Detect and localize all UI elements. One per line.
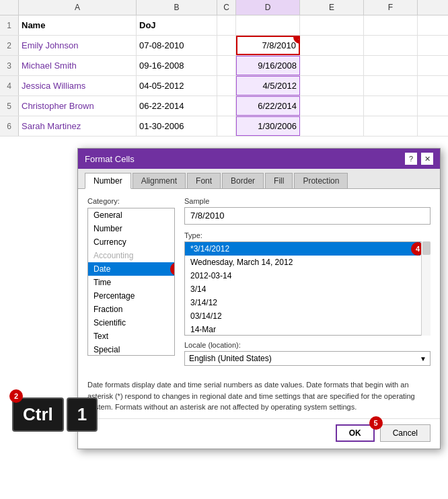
- cell-c4[interactable]: [217, 76, 236, 95]
- format-cells-dialog: Format Cells ? ✕ Number Alignment Font B…: [77, 148, 441, 449]
- badge-2: 2: [9, 389, 23, 403]
- cell-e3[interactable]: [300, 56, 364, 75]
- col-header-e: E: [300, 0, 364, 15]
- type-item-5[interactable]: 03/14/12: [185, 309, 420, 323]
- cell-f3[interactable]: [364, 56, 418, 75]
- cell-c6[interactable]: [217, 116, 236, 136]
- tab-fill[interactable]: Fill: [265, 173, 293, 188]
- type-list-wrapper: *3/14/2012 4 Wednesday, March 14, 2012 2…: [184, 241, 431, 336]
- type-item-1[interactable]: Wednesday, March 14, 2012: [185, 256, 420, 269]
- dialog-tabs: Number Alignment Font Border Fill Protec…: [78, 169, 440, 189]
- cell-f1[interactable]: [364, 15, 418, 35]
- shortcut-box: Ctrl 1: [12, 397, 98, 432]
- cell-c1[interactable]: [217, 15, 236, 35]
- cell-b6[interactable]: 01-30-2006: [137, 116, 217, 136]
- cell-f2[interactable]: [364, 36, 418, 55]
- locale-select[interactable]: English (United States): [184, 351, 431, 366]
- dialog-body: Category: General Number Currency Accoun…: [78, 189, 440, 374]
- category-item-number[interactable]: Number: [88, 222, 174, 235]
- row-num: 6: [0, 116, 19, 136]
- category-item-time[interactable]: Time: [88, 276, 174, 289]
- tab-border[interactable]: Border: [222, 173, 264, 188]
- dialog-title: Format Cells: [85, 154, 135, 164]
- cell-b2[interactable]: 07-08-2010: [137, 36, 217, 55]
- cell-a6[interactable]: Sarah Martinez: [19, 116, 137, 136]
- cell-d4[interactable]: 4/5/2012: [236, 76, 300, 95]
- cell-f6[interactable]: [364, 116, 418, 136]
- type-item-0[interactable]: *3/14/2012 4: [185, 242, 420, 256]
- tab-number[interactable]: Number: [85, 173, 131, 189]
- category-list[interactable]: General Number Currency Accounting Date …: [87, 208, 175, 356]
- type-item-6[interactable]: 14-Mar: [185, 323, 420, 336]
- cell-b5[interactable]: 06-22-2014: [137, 96, 217, 116]
- cell-b4[interactable]: 04-05-2012: [137, 76, 217, 95]
- type-item-3[interactable]: 3/14: [185, 282, 420, 296]
- tab-protection[interactable]: Protection: [294, 173, 348, 188]
- type-scrollbar[interactable]: [421, 241, 431, 336]
- row-num: 3: [0, 56, 19, 75]
- col-header-a: A: [19, 0, 137, 15]
- category-item-accounting[interactable]: Accounting: [88, 249, 174, 262]
- cell-d1[interactable]: [236, 15, 300, 35]
- cell-d3[interactable]: 9/16/2008: [236, 56, 300, 75]
- cell-e4[interactable]: [300, 76, 364, 95]
- tab-alignment[interactable]: Alignment: [133, 173, 186, 188]
- cell-f5[interactable]: [364, 96, 418, 116]
- dialog-close-button[interactable]: ✕: [421, 153, 433, 165]
- cell-f4[interactable]: [364, 76, 418, 95]
- cancel-button[interactable]: Cancel: [380, 424, 431, 442]
- cell-e6[interactable]: [300, 116, 364, 136]
- col-headers: A B C D E F: [0, 0, 448, 15]
- cell-c2[interactable]: [217, 36, 236, 55]
- type-scrollbar-thumb: [422, 241, 431, 255]
- table-row: 3 Michael Smith 09-16-2008 9/16/2008: [0, 56, 448, 76]
- table-row: 4 Jessica Williams 04-05-2012 4/5/2012: [0, 76, 448, 96]
- type-item-2[interactable]: 2012-03-14: [185, 269, 420, 282]
- category-item-general[interactable]: General: [88, 208, 174, 222]
- row-num: 2: [0, 36, 19, 55]
- badge-5: 5: [369, 416, 383, 430]
- dialog-help-button[interactable]: ?: [405, 153, 417, 165]
- cell-c3[interactable]: [217, 56, 236, 75]
- category-item-percentage[interactable]: Percentage: [88, 289, 174, 303]
- locale-wrapper: English (United States) ▼: [184, 351, 431, 366]
- cell-b1[interactable]: DoJ: [137, 15, 217, 35]
- cell-e2[interactable]: [300, 36, 364, 55]
- table-row: 6 Sarah Martinez 01-30-2006 1/30/2006: [0, 116, 448, 137]
- locale-label: Locale (location):: [184, 341, 431, 349]
- cell-d5[interactable]: 6/22/2014: [236, 96, 300, 116]
- category-item-special[interactable]: Special: [88, 343, 174, 356]
- cell-a5[interactable]: Christopher Brown: [19, 96, 137, 116]
- row-num-header: [0, 0, 19, 15]
- col-header-b: B: [137, 0, 217, 15]
- sample-section: Sample 7/8/2010: [184, 197, 431, 225]
- col-header-d: D: [236, 0, 300, 15]
- ok-button[interactable]: OK: [336, 424, 375, 442]
- cell-d2[interactable]: 7/8/2010 1: [236, 36, 300, 55]
- cell-a1[interactable]: Name: [19, 15, 137, 35]
- category-item-currency[interactable]: Currency: [88, 235, 174, 249]
- cell-c5[interactable]: [217, 96, 236, 116]
- cell-text: Name: [22, 20, 45, 30]
- category-item-fraction[interactable]: Fraction: [88, 303, 174, 316]
- type-list[interactable]: *3/14/2012 4 Wednesday, March 14, 2012 2…: [184, 241, 431, 336]
- cell-e1[interactable]: [300, 15, 364, 35]
- cell-b3[interactable]: 09-16-2008: [137, 56, 217, 75]
- ctrl-key: Ctrl: [12, 397, 64, 432]
- shortcut-container: 2 Ctrl 1: [12, 397, 98, 432]
- one-key: 1: [67, 397, 98, 432]
- table-row: 2 Emily Johnson 07-08-2010 7/8/2010 1: [0, 36, 448, 56]
- cell-a4[interactable]: Jessica Williams: [19, 76, 137, 95]
- cell-a3[interactable]: Michael Smith: [19, 56, 137, 75]
- category-item-text[interactable]: Text: [88, 330, 174, 343]
- category-item-scientific[interactable]: Scientific: [88, 316, 174, 330]
- cell-a2[interactable]: Emily Johnson: [19, 36, 137, 55]
- category-item-date[interactable]: Date 3: [88, 262, 174, 276]
- type-item-4[interactable]: 3/14/12: [185, 296, 420, 309]
- cell-e5[interactable]: [300, 96, 364, 116]
- tab-font[interactable]: Font: [187, 173, 221, 188]
- sample-box: 7/8/2010: [184, 207, 431, 225]
- format-panel: Sample 7/8/2010 Type: *3/14/2012 4 Wedne…: [184, 197, 431, 366]
- cell-d6[interactable]: 1/30/2006: [236, 116, 300, 136]
- type-label: Type:: [184, 231, 431, 239]
